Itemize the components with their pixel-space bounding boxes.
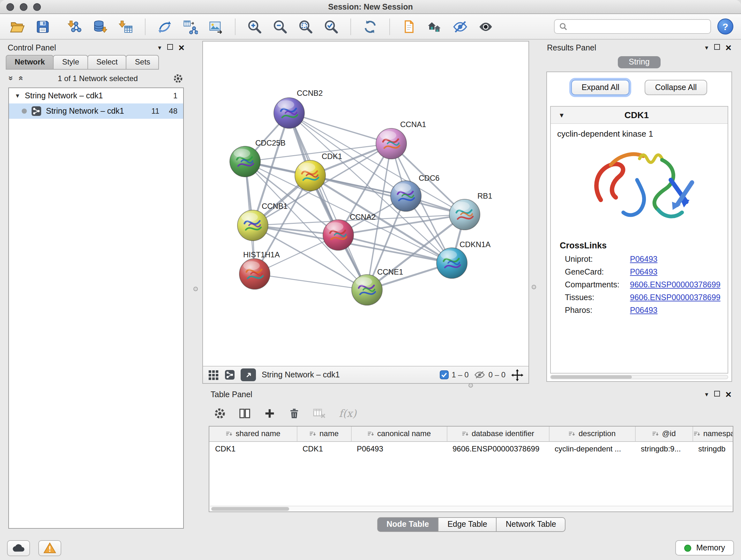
expand-all-networks-icon[interactable]: » — [16, 76, 25, 80]
detach-view-button[interactable] — [241, 368, 256, 381]
network-node-CDC25B[interactable] — [230, 146, 260, 177]
tab-edge-table[interactable]: Edge Table — [438, 517, 497, 532]
show-columns-icon[interactable] — [239, 407, 251, 419]
results-horizontal-scrollbar[interactable] — [550, 375, 728, 379]
column-header-description[interactable]: description — [549, 427, 635, 441]
table-row[interactable]: CDK1 CDK1 P06493 9606.ENSP00000378699 cy… — [209, 441, 733, 456]
network-edge-CCNB2-CCNA1[interactable] — [289, 113, 391, 144]
section-collapse-icon[interactable]: ▼ — [558, 111, 565, 118]
collapse-icon[interactable]: ▼ — [15, 92, 20, 99]
float-panel-icon[interactable] — [167, 44, 173, 51]
crosslink-genecard[interactable]: P06493 — [630, 267, 657, 276]
float-panel-icon[interactable] — [714, 44, 720, 51]
network-canvas[interactable]: CCNB2CCNA1CDC25BCDK1CDC6RB1CCNB1CCNA2CDK… — [203, 42, 529, 366]
network-node-CCNA1[interactable] — [376, 128, 407, 159]
import-table-file-button[interactable] — [116, 17, 135, 36]
network-edge-CCNB2-CCNE1[interactable] — [289, 113, 367, 290]
collapse-all-networks-icon[interactable]: » — [6, 76, 16, 80]
zoom-fit-button[interactable] — [296, 17, 315, 36]
cloud-status-button[interactable] — [7, 540, 30, 556]
float-panel-icon[interactable] — [714, 391, 720, 398]
network-node-CDKN1A[interactable] — [436, 248, 467, 278]
refresh-view-button[interactable] — [360, 17, 380, 36]
crosslink-pharos[interactable]: P06493 — [630, 306, 657, 315]
crosslink-label: GeneCard: — [565, 267, 630, 276]
close-panel-icon[interactable]: × — [725, 43, 731, 53]
tab-network-table[interactable]: Network Table — [496, 517, 566, 532]
zoom-in-button[interactable] — [245, 17, 264, 36]
tab-string[interactable]: String — [618, 56, 660, 68]
open-session-button[interactable] — [8, 17, 27, 36]
network-node-CDK1[interactable] — [295, 160, 326, 191]
crosslink-compartments[interactable]: 9606.ENSP00000378699 — [630, 280, 721, 289]
table-settings-gear-icon[interactable] — [214, 407, 226, 419]
network-edge-CCNE1-HIST1H1A[interactable] — [255, 274, 367, 290]
expand-all-button[interactable]: Expand All — [571, 80, 630, 95]
network-node-CCNB2[interactable] — [274, 98, 305, 128]
import-network-database-button[interactable] — [91, 17, 110, 36]
close-window-button[interactable] — [6, 3, 14, 11]
minimize-window-button[interactable] — [20, 3, 27, 11]
tab-style[interactable]: Style — [53, 55, 88, 70]
network-node-CCNE1[interactable] — [352, 274, 382, 305]
memory-button[interactable]: Memory — [675, 540, 734, 556]
right-splitter-handle[interactable] — [532, 285, 536, 289]
warnings-button[interactable] — [38, 540, 61, 556]
show-all-networks-button[interactable] — [425, 17, 444, 36]
save-session-button[interactable] — [33, 17, 52, 36]
panel-menu-icon[interactable]: ▾ — [158, 44, 161, 51]
column-header-canonical-name[interactable]: canonical name — [351, 427, 447, 441]
column-header-database-identifier[interactable]: database identifier — [447, 427, 549, 441]
close-panel-icon[interactable]: × — [179, 43, 185, 53]
clone-network-button[interactable] — [400, 17, 419, 36]
tab-network[interactable]: Network — [6, 55, 54, 70]
network-tools-button[interactable] — [155, 17, 174, 36]
collapse-all-button[interactable]: Collapse All — [645, 80, 707, 95]
close-panel-icon[interactable]: × — [725, 389, 731, 399]
network-graph[interactable]: CCNB2CCNA1CDC25BCDK1CDC6RB1CCNB1CCNA2CDK… — [203, 42, 529, 366]
crosslink-tissues[interactable]: 9606.ENSP00000378699 — [630, 293, 721, 302]
network-node-CDC6[interactable] — [391, 181, 421, 211]
tree-row-network[interactable]: String Network – cdk1 11 48 — [9, 104, 183, 119]
zoom-window-button[interactable] — [33, 3, 41, 11]
hidden-eye-slash-icon[interactable] — [475, 370, 485, 379]
network-node-HIST1H1A[interactable] — [239, 259, 270, 289]
network-edge-CDK1-RB1[interactable] — [310, 176, 465, 214]
crosslink-uniprot[interactable]: P06493 — [630, 255, 657, 264]
help-button[interactable]: ? — [718, 18, 733, 35]
delete-column-trash-icon[interactable] — [288, 407, 300, 419]
delete-table-icon-disabled[interactable] — [313, 408, 326, 419]
zoom-out-button[interactable] — [271, 17, 290, 36]
column-header-namespace[interactable]: namespac — [692, 427, 733, 441]
column-header-shared-name[interactable]: shared name — [209, 427, 297, 441]
network-node-CCNB1[interactable] — [238, 210, 268, 241]
grid-view-icon[interactable] — [208, 369, 219, 380]
network-node-RB1[interactable] — [449, 199, 480, 230]
new-network-from-table-button[interactable] — [181, 17, 200, 36]
tab-node-table[interactable]: Node Table — [377, 517, 439, 532]
left-splitter-handle[interactable] — [193, 287, 198, 291]
column-header-name[interactable]: name — [297, 427, 351, 441]
tree-row-collection[interactable]: ▼ String Network – cdk1 1 — [9, 88, 183, 104]
zoom-selected-button[interactable] — [322, 17, 341, 36]
pan-crosshair-icon[interactable] — [511, 369, 523, 381]
column-header-id[interactable]: @id — [635, 427, 692, 441]
network-options-gear-icon[interactable] — [173, 73, 183, 83]
create-column-plus-icon[interactable] — [264, 407, 276, 419]
search-input[interactable] — [570, 22, 706, 31]
hide-selected-button[interactable] — [451, 17, 470, 36]
panel-menu-icon[interactable]: ▾ — [705, 391, 708, 397]
function-builder-icon[interactable]: f(x) — [339, 407, 356, 419]
show-selected-button[interactable] — [476, 17, 495, 36]
network-node-CCNA2[interactable] — [323, 220, 354, 250]
table-horizontal-scrollbar[interactable] — [210, 506, 732, 511]
toolbar-search-box[interactable] — [554, 19, 711, 34]
horizontal-splitter-handle[interactable] — [468, 383, 473, 388]
panel-menu-icon[interactable]: ▾ — [705, 44, 708, 51]
import-network-file-button[interactable] — [65, 17, 84, 36]
selected-checkbox-icon[interactable] — [440, 370, 448, 379]
tab-select[interactable]: Select — [87, 55, 127, 70]
birdseye-view-icon[interactable] — [225, 370, 235, 380]
export-image-button[interactable] — [206, 17, 225, 36]
tab-sets[interactable]: Sets — [126, 55, 159, 70]
